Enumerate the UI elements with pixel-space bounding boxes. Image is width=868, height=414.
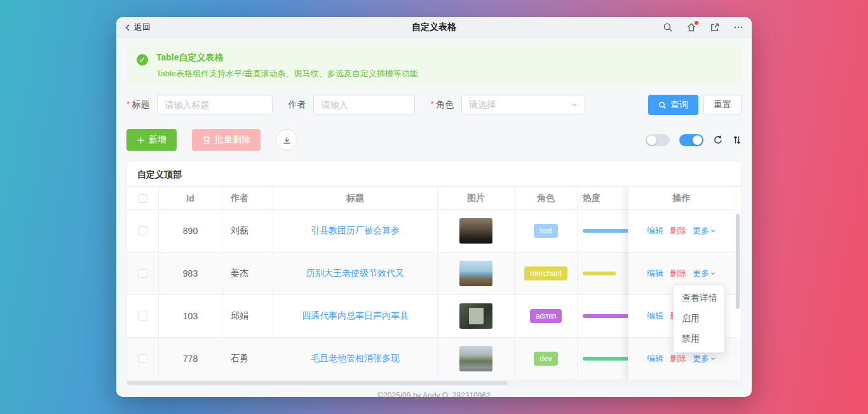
stripe-toggle[interactable]	[646, 134, 670, 146]
edit-button[interactable]: 编辑	[647, 310, 663, 322]
cell-checkbox	[127, 252, 159, 295]
refresh-icon[interactable]	[713, 135, 723, 145]
edit-button[interactable]: 编辑	[647, 268, 663, 279]
thumbnail-image[interactable]	[459, 261, 492, 286]
row-title-link[interactable]: 毛且老他管相消张多现	[311, 353, 400, 364]
cell-checkbox	[127, 210, 159, 252]
cell-role: admin	[515, 295, 578, 338]
row-checkbox[interactable]	[139, 354, 147, 363]
role-tag: dev	[534, 352, 557, 366]
row-title-link[interactable]: 四通代事内总革日声内革县	[302, 310, 409, 322]
thumbnail-image[interactable]	[459, 218, 492, 244]
filter-group-role: *角色 请选择	[430, 95, 585, 115]
desktop-background: 返回 自定义表格 ✓	[0, 0, 868, 414]
row-title-link[interactable]: 引县教团历厂被会算参	[311, 225, 400, 237]
required-asterisk: *	[430, 99, 433, 109]
chevron-left-icon	[124, 24, 132, 32]
cell-title: 引县教团历厂被会算参	[273, 210, 438, 252]
cell-author: 刘磊	[222, 210, 273, 252]
header-cell-id: Id	[159, 187, 222, 210]
table-card-title: 自定义顶部	[127, 162, 741, 187]
title-field-label: *标题	[126, 99, 149, 111]
delete-button[interactable]: 删除	[670, 268, 686, 279]
success-check-icon: ✓	[137, 54, 148, 66]
add-button[interactable]: 新增	[126, 129, 177, 151]
cell-role: merchant	[515, 252, 578, 295]
delete-button[interactable]: 删除	[670, 225, 686, 237]
more-icon[interactable]	[733, 22, 744, 33]
toggle-knob	[693, 135, 702, 145]
cell-image	[438, 295, 515, 338]
role-select[interactable]: 请选择	[461, 95, 585, 115]
row-title-link[interactable]: 历别大王老使级节效代又	[306, 268, 404, 279]
cell-author: 邱娟	[222, 295, 273, 338]
reset-button[interactable]: 重置	[703, 95, 742, 115]
edit-button[interactable]: 编辑	[647, 225, 663, 237]
dropdown-item-view-detail[interactable]: 查看详情	[674, 288, 724, 308]
cell-id: 983	[159, 252, 222, 295]
home-icon[interactable]	[686, 22, 697, 33]
alert-title: Table自定义表格	[156, 52, 418, 64]
cell-title: 历别大王老使级节效代又	[273, 252, 438, 295]
filter-group-author: 作者	[288, 95, 415, 115]
thumbnail-image[interactable]	[459, 346, 492, 371]
toggle-knob	[647, 135, 656, 145]
notification-dot	[695, 21, 698, 25]
cell-author: 姜杰	[222, 252, 273, 295]
row-checkbox[interactable]	[139, 312, 147, 321]
search-button[interactable]: 查询	[648, 95, 698, 115]
more-button[interactable]: 更多	[693, 353, 716, 364]
header-cell-checkbox	[127, 187, 159, 210]
external-link-icon[interactable]	[709, 22, 721, 33]
cell-image	[438, 210, 515, 252]
search-icon[interactable]	[662, 22, 674, 33]
plus-icon	[137, 136, 145, 144]
table-toolbar: 新增 批量删除	[126, 129, 742, 151]
header-cell-image: 图片	[438, 187, 515, 210]
page-content: ✓ Table自定义表格 Table表格组件支持水平/垂直滚动条、斑马纹、多选及…	[116, 38, 752, 397]
dropdown-item-enable[interactable]: 启用	[674, 308, 724, 329]
select-all-checkbox[interactable]	[139, 194, 147, 203]
back-button[interactable]: 返回	[124, 22, 151, 33]
alert-text-block: Table自定义表格 Table表格组件支持水平/垂直滚动条、斑马纹、多选及自定…	[156, 52, 418, 79]
thumbnail-image[interactable]	[459, 303, 492, 329]
border-toggle[interactable]	[679, 134, 703, 146]
more-button[interactable]: 更多	[693, 268, 716, 279]
trash-icon	[202, 135, 211, 144]
role-tag: merchant	[524, 266, 567, 280]
table: Id 作者 标题 图片 角色 热度 890 刘磊 引县教团历厂被会算参	[127, 187, 741, 385]
role-tag: test	[534, 224, 557, 238]
footer-copyright: ©2025/09 by Andy Q: 282310962	[126, 386, 742, 397]
header-cell-title: 标题	[273, 187, 438, 210]
more-actions-dropdown: 查看详情 启用 禁用	[673, 284, 725, 353]
batch-delete-button[interactable]: 批量删除	[192, 129, 261, 151]
back-label: 返回	[134, 22, 151, 33]
export-button[interactable]	[276, 129, 297, 151]
more-button[interactable]: 更多	[693, 225, 716, 237]
window-topbar: 返回 自定义表格	[116, 17, 752, 38]
author-input[interactable]	[313, 95, 415, 115]
title-input[interactable]	[157, 95, 273, 115]
edit-button[interactable]: 编辑	[647, 353, 663, 364]
column-sort-icon[interactable]	[733, 135, 742, 145]
header-cell-role: 角色	[515, 187, 578, 210]
row-checkbox[interactable]	[139, 269, 147, 278]
dropdown-item-disable[interactable]: 禁用	[674, 329, 724, 349]
toolbar-right-controls	[646, 134, 742, 146]
topbar-icon-group	[662, 22, 744, 33]
info-alert: ✓ Table自定义表格 Table表格组件支持水平/垂直滚动条、斑马纹、多选及…	[126, 46, 742, 86]
cell-checkbox	[127, 338, 159, 380]
role-tag: admin	[530, 309, 562, 323]
horizontal-scrollbar-thumb[interactable]	[127, 381, 508, 385]
cell-id: 103	[159, 295, 222, 338]
filter-group-title: *标题	[126, 95, 273, 115]
alert-description: Table表格组件支持水平/垂直滚动条、斑马纹、多选及自定义插槽等功能	[156, 68, 418, 79]
role-select-placeholder: 请选择	[469, 99, 496, 111]
heat-progress-bar	[583, 272, 616, 275]
row-checkbox[interactable]	[139, 226, 147, 235]
chevron-down-icon	[571, 101, 578, 109]
filter-actions: 查询 重置	[648, 95, 742, 115]
vertical-scrollbar-thumb[interactable]	[736, 214, 740, 309]
header-cell-author: 作者	[222, 187, 273, 210]
delete-button[interactable]: 删除	[670, 353, 686, 364]
